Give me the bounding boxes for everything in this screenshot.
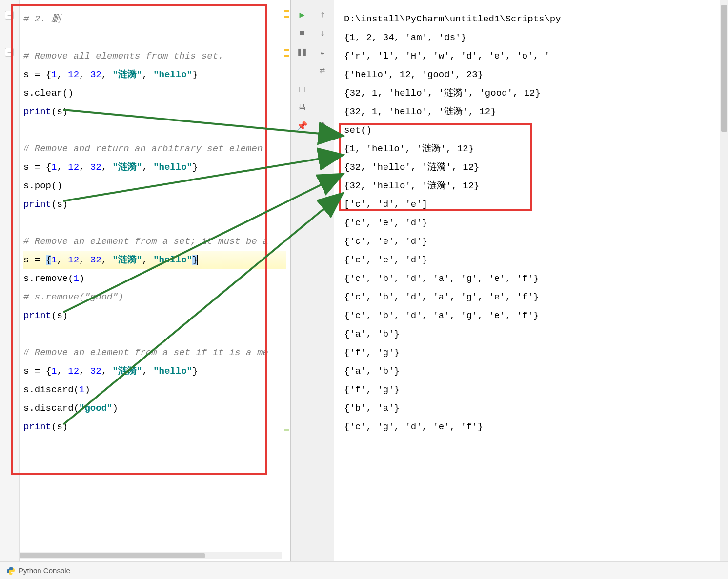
bottom-bar-label[interactable]: Python Console (19, 566, 70, 575)
svg-point-4 (9, 567, 10, 568)
code-line[interactable]: # Remove and return an arbitrary set ele… (23, 140, 286, 158)
output-line: {32, 'hello', '涟漪', 12} (344, 177, 728, 195)
code-line[interactable]: s = {1, 12, 32, "涟漪", "hello"} (23, 251, 286, 269)
code-line[interactable]: print(s) (23, 195, 286, 214)
warning-marker[interactable] (284, 16, 289, 18)
fold-icon[interactable]: − (5, 11, 14, 20)
svg-point-5 (12, 573, 13, 574)
output-line: {'a', 'b'} (344, 362, 728, 380)
output-path: D:\install\PyCharm\untitled1\Scripts\py (344, 10, 728, 28)
editor-pane: − − # 2. 删 # Remove all elements from th… (0, 0, 290, 561)
code-line[interactable] (23, 325, 286, 343)
output-line: {'c', 'e', 'd'} (344, 214, 728, 232)
python-icon (7, 567, 15, 575)
scrollbar-thumb[interactable] (721, 5, 727, 132)
output-line: {'c', 'g', 'd', 'e', 'f'} (344, 418, 728, 436)
bottom-bar: Python Console (0, 561, 728, 579)
trash-button[interactable]: 🗑 (317, 120, 328, 132)
up-button[interactable]: ↑ (317, 9, 328, 20)
code-area[interactable]: # 2. 删 # Remove all elements from this s… (23, 10, 286, 436)
output-line: {32, 1, 'hello', '涟漪', 12} (344, 102, 728, 121)
output-line: {'hello', 12, 'good', 23} (344, 65, 728, 84)
output-scrollbar[interactable] (720, 0, 728, 561)
editor-horizontal-scrollbar[interactable] (20, 552, 282, 559)
code-line[interactable]: # Remove all elements from this set. (23, 47, 286, 65)
code-line[interactable]: # s.remove("good") (23, 288, 286, 306)
output-line: {'r', 'l', 'H', 'w', 'd', 'e', 'o', ' (344, 47, 728, 65)
code-line[interactable]: s = {1, 12, 32, "涟漪", "hello"} (23, 362, 286, 380)
fold-icon[interactable]: − (5, 48, 14, 57)
wrap-button[interactable]: ↲ (317, 46, 328, 58)
warning-marker[interactable] (284, 55, 289, 57)
print-button[interactable]: 🖶 (296, 101, 308, 113)
pause-button[interactable]: ❚❚ (296, 46, 308, 58)
output-line: {32, 'hello', '涟漪', 12} (344, 158, 728, 177)
code-line[interactable]: s.discard(1) (23, 380, 286, 399)
code-line[interactable] (23, 28, 286, 47)
run-button[interactable]: ▶ (296, 9, 308, 20)
marker-strip (283, 0, 289, 561)
output-line: {'a', 'b'} (344, 325, 728, 343)
warning-marker[interactable] (284, 49, 289, 51)
code-line[interactable]: s.discard("good") (23, 399, 286, 418)
output-line: {32, 1, 'hello', '涟漪', 'good', 12} (344, 84, 728, 102)
output-line: {'c', 'b', 'd', 'a', 'g', 'e', 'f'} (344, 306, 728, 325)
code-line[interactable]: s = {1, 12, 32, "涟漪", "hello"} (23, 65, 286, 84)
output-line: set() (344, 121, 728, 140)
output-line: {'c', 'e', 'd'} (344, 251, 728, 269)
layout-button[interactable]: ▤ (296, 83, 308, 95)
ide-container: − − # 2. 删 # Remove all elements from th… (0, 0, 728, 561)
code-line[interactable]: # Remove an element from a set; it must … (23, 232, 286, 251)
scrollbar-thumb[interactable] (20, 553, 205, 558)
output-line: {'c', 'b', 'd', 'a', 'g', 'e', 'f'} (344, 269, 728, 288)
down-button[interactable]: ↓ (317, 27, 328, 39)
output-line: {'c', 'e', 'd'} (344, 232, 728, 251)
warning-marker[interactable] (284, 10, 289, 12)
output-line: {'f', 'g'} (344, 380, 728, 399)
code-line[interactable]: s.clear() (23, 84, 286, 102)
pin-button[interactable]: 📌 (296, 120, 308, 132)
output-pane[interactable]: D:\install\PyCharm\untitled1\Scripts\py … (334, 0, 728, 561)
code-line[interactable]: # 2. 删 (23, 10, 286, 28)
code-line[interactable]: print(s) (23, 306, 286, 325)
output-line: {1, 2, 34, 'am', 'ds'} (344, 28, 728, 47)
code-line[interactable]: s.remove(1) (23, 269, 286, 288)
code-line[interactable]: s = {1, 12, 32, "涟漪", "hello"} (23, 158, 286, 177)
output-line: ['c', 'd', 'e'] (344, 195, 728, 214)
code-line[interactable]: s.pop() (23, 177, 286, 195)
code-line[interactable] (23, 121, 286, 140)
info-marker[interactable] (284, 429, 289, 431)
stepover-button[interactable]: ⇄ (317, 64, 328, 76)
output-line: {'f', 'g'} (344, 343, 728, 362)
code-line[interactable] (23, 214, 286, 232)
output-line: {'b', 'a'} (344, 399, 728, 418)
output-line: {1, 'hello', '涟漪', 12} (344, 140, 728, 158)
stop-button[interactable]: ■ (296, 27, 308, 39)
code-line[interactable]: print(s) (23, 102, 286, 121)
code-line[interactable]: # Remove an element from a set if it is … (23, 343, 286, 362)
code-line[interactable]: print(s) (23, 418, 286, 436)
run-toolbar: ▶ ↑ ■ ↓ ❚❚ ↲ ⇄ ▤ 🖶 📌 🗑 (290, 0, 334, 561)
output-line: {'c', 'b', 'd', 'a', 'g', 'e', 'f'} (344, 288, 728, 306)
editor-gutter: − − (0, 0, 20, 561)
